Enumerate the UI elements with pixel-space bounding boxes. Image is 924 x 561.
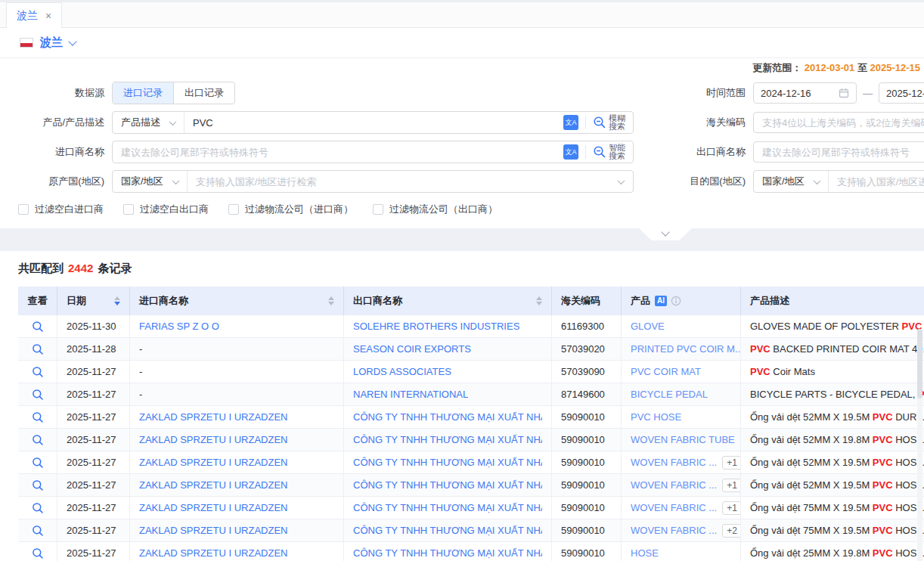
more-products-badge[interactable]: +1 xyxy=(722,456,741,470)
start-date-input[interactable] xyxy=(753,82,857,104)
view-search-icon[interactable] xyxy=(32,502,44,514)
chevron-down-icon[interactable] xyxy=(68,37,76,45)
smart-search-button[interactable]: 智能搜索 xyxy=(593,144,633,160)
chevron-down-icon xyxy=(661,228,669,236)
view-search-icon[interactable] xyxy=(32,479,44,491)
table-row: 2025-11-30 FARIAS SP Z O O SOLEHRE BROTH… xyxy=(18,315,924,338)
column-header-exporter[interactable]: 出口商名称 xyxy=(344,287,552,315)
origin-type-select[interactable]: 国家/地区 xyxy=(113,171,188,192)
product-link[interactable]: PRINTED PVC COIR M... xyxy=(631,343,741,355)
importer-link[interactable]: ZAKLAD SPRZETU I URZADZEN xyxy=(139,547,287,559)
highlight-keyword: PVC xyxy=(873,547,893,559)
exporter-link[interactable]: CÔNG TY TNHH THƯƠNG MẠI XUẤT NHẬP... xyxy=(353,547,542,559)
exporter-label: 出口商名称 xyxy=(652,145,753,159)
exporter-link[interactable]: LORDS ASSOCIATES xyxy=(353,366,451,377)
destination-country-group: 国家/地区 xyxy=(753,170,924,193)
origin-country-group: 国家/地区 xyxy=(112,170,634,193)
scrollbar-thumb[interactable] xyxy=(917,329,922,398)
import-records-button[interactable]: 进口记录 xyxy=(113,82,173,104)
checkbox-filter-blank-importer[interactable]: 过滤空白进口商 xyxy=(18,203,104,216)
view-search-icon[interactable] xyxy=(32,366,44,378)
product-link[interactable]: WOVEN FABRIC ... xyxy=(631,457,717,468)
product-field-select[interactable]: 产品描述 xyxy=(113,112,184,133)
product-link[interactable]: WOVEN FABRIC TUBE xyxy=(631,434,735,445)
translate-icon[interactable]: 文A xyxy=(563,144,578,160)
view-search-icon[interactable] xyxy=(32,389,44,401)
checkbox-filter-logistics-importer[interactable]: 过滤物流公司（进口商） xyxy=(228,203,353,216)
hs-code-input[interactable] xyxy=(753,112,924,133)
view-search-icon[interactable] xyxy=(32,343,44,355)
checkbox-icon[interactable] xyxy=(373,204,383,215)
view-search-icon[interactable] xyxy=(32,547,44,559)
more-products-badge[interactable]: +2 xyxy=(722,524,741,538)
exporter-link[interactable]: CÔNG TY TNHH THƯƠNG MẠI XUẤT NHẬP... xyxy=(353,457,542,468)
view-search-icon[interactable] xyxy=(32,321,44,333)
sort-icon[interactable] xyxy=(321,296,334,305)
exporter-link[interactable]: CÔNG TY TNHH THƯƠNG MẠI XUẤT NHẬP... xyxy=(353,434,542,445)
product-link[interactable]: BICYCLE PEDAL xyxy=(631,389,708,400)
exporter-link[interactable]: NAREN INTERNATIONAL xyxy=(353,389,468,400)
product-link[interactable]: GLOVE xyxy=(631,321,665,332)
sort-icon[interactable] xyxy=(529,296,542,305)
view-search-icon[interactable] xyxy=(32,525,44,537)
export-records-button[interactable]: 出口记录 xyxy=(173,82,234,104)
importer-link[interactable]: ZAKLAD SPRZETU I URZADZEN xyxy=(139,479,287,491)
importer-link[interactable]: ZAKLAD SPRZETU I URZADZEN xyxy=(139,525,287,536)
product-link[interactable]: PVC COIR MAT xyxy=(631,366,701,377)
product-label: 产品/产品描述 xyxy=(0,116,112,129)
column-header-date[interactable]: 日期 xyxy=(57,287,130,315)
importer-link[interactable]: ZAKLAD SPRZETU I URZADZEN xyxy=(139,411,287,423)
table-row: 2025-11-27 - LORDS ASSOCIATES 57039090 P… xyxy=(18,361,924,383)
table-scrollbar[interactable] xyxy=(917,329,922,561)
importer-link[interactable]: ZAKLAD SPRZETU I URZADZEN xyxy=(139,434,287,445)
more-products-badge[interactable]: +1 xyxy=(722,479,741,492)
exporter-link[interactable]: SEASON COIR EXPORTS xyxy=(353,343,471,355)
origin-country-input[interactable] xyxy=(188,176,619,188)
checkbox-icon[interactable] xyxy=(123,204,134,215)
view-search-icon[interactable] xyxy=(32,434,44,446)
column-header-description: 产品描述 xyxy=(741,287,924,315)
checkbox-icon[interactable] xyxy=(228,204,239,215)
product-link[interactable]: WOVEN FABRIC ... xyxy=(631,525,717,536)
results-panel: 共匹配到2442条记录 查看 日期 进口商名称 出口商名称 海关编码 产品 AI xyxy=(0,251,924,561)
product-link[interactable]: WOVEN FABRIC ... xyxy=(631,502,717,513)
description-cell: PVC BACKED PRINTED COIR MAT 40... xyxy=(741,338,924,360)
product-link[interactable]: WOVEN FABRIC ... xyxy=(631,479,717,491)
checkbox-filter-logistics-exporter[interactable]: 过滤物流公司（出口商） xyxy=(373,203,498,216)
translate-icon[interactable]: 文A xyxy=(563,115,578,130)
column-header-product: 产品 AI xyxy=(622,287,741,315)
view-search-icon[interactable] xyxy=(32,457,44,469)
view-search-icon[interactable] xyxy=(32,411,44,423)
tab-poland[interactable]: 波兰 × xyxy=(6,2,62,28)
column-header-importer[interactable]: 进口商名称 xyxy=(130,287,344,315)
exporter-name-input[interactable] xyxy=(753,141,924,163)
destination-country-input[interactable] xyxy=(829,176,924,188)
importer-link[interactable]: FARIAS SP Z O O xyxy=(139,321,219,332)
country-title[interactable]: 波兰 xyxy=(40,36,63,50)
highlight-keyword: PVC xyxy=(750,343,771,355)
importer-link[interactable]: ZAKLAD SPRZETU I URZADZEN xyxy=(139,457,287,468)
destination-type-select[interactable]: 国家/地区 xyxy=(754,171,829,192)
product-link[interactable]: PVC HOSE xyxy=(631,411,681,423)
fuzzy-search-button[interactable]: 模糊搜索 xyxy=(593,114,633,131)
chevron-down-icon[interactable] xyxy=(618,177,625,184)
product-search-input[interactable] xyxy=(184,117,563,129)
checkbox-filter-blank-exporter[interactable]: 过滤空白出口商 xyxy=(123,203,209,216)
exporter-link[interactable]: CÔNG TY TNHH THƯƠNG MẠI XUẤT NHẬP... xyxy=(353,411,542,423)
info-icon[interactable] xyxy=(671,296,681,306)
sort-icon[interactable] xyxy=(107,296,120,305)
exporter-link[interactable]: CÔNG TY TNHH THƯƠNG MẠI XUẤT NHẬP... xyxy=(353,502,542,513)
close-icon[interactable]: × xyxy=(45,10,51,22)
hs-code-cell: 57039020 xyxy=(552,338,622,360)
exporter-link[interactable]: SOLEHRE BROTHERS INDUSTRIES xyxy=(353,321,519,332)
checkbox-icon[interactable] xyxy=(18,204,29,215)
more-products-badge[interactable]: +1 xyxy=(722,501,741,515)
origin-label: 原产国(地区) xyxy=(0,175,112,188)
importer-name-input[interactable] xyxy=(113,147,563,158)
end-date-input[interactable] xyxy=(879,82,924,104)
product-link[interactable]: HOSE xyxy=(631,547,659,559)
importer-link[interactable]: ZAKLAD SPRZETU I URZADZEN xyxy=(139,502,287,513)
collapse-filters-button[interactable] xyxy=(639,228,692,240)
exporter-link[interactable]: CÔNG TY TNHH THƯƠNG MẠI XUẤT NHẬP... xyxy=(353,479,542,491)
exporter-link[interactable]: CÔNG TY TNHH THƯƠNG MẠI XUẤT NHẬP... xyxy=(353,525,542,536)
